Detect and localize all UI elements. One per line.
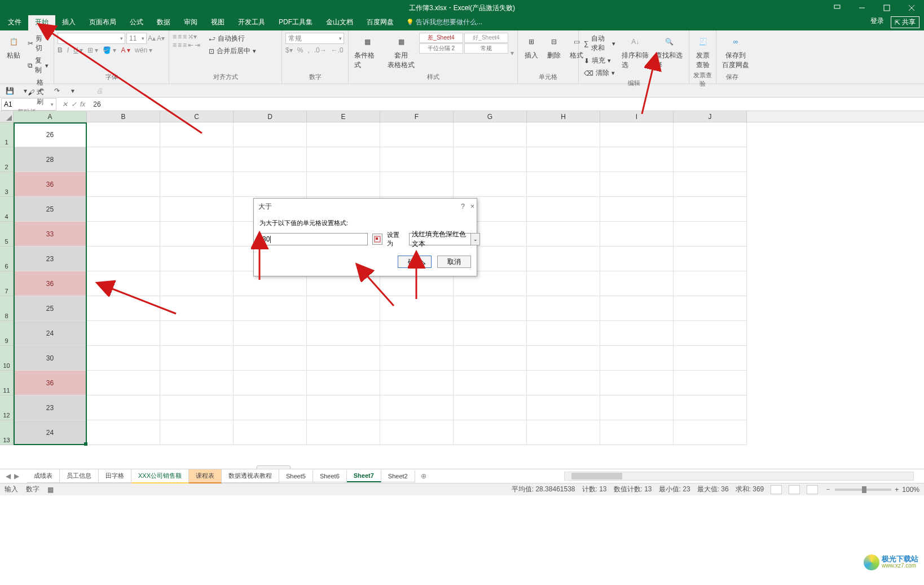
- row-header[interactable]: 3: [0, 172, 14, 197]
- conditional-format-button[interactable]: ▦条件格式: [352, 33, 383, 71]
- insert-cells-button[interactable]: ⊞插入: [521, 33, 542, 61]
- number-format-combo[interactable]: 常规: [285, 33, 344, 44]
- indent-dec-icon[interactable]: ⇤: [188, 41, 193, 49]
- worksheet-grid[interactable]: A B C D E F G H I J 12622833642553362373…: [0, 111, 924, 469]
- ribbon-options-icon[interactable]: [825, 0, 850, 16]
- font-size-combo[interactable]: 11: [126, 33, 147, 44]
- comma-icon[interactable]: ,: [307, 46, 309, 54]
- cell[interactable]: [674, 321, 747, 346]
- cell[interactable]: [87, 296, 160, 321]
- cell[interactable]: [160, 222, 234, 247]
- cell[interactable]: [87, 321, 160, 346]
- close-icon[interactable]: [899, 0, 924, 16]
- invoice-button[interactable]: 🧾发票 查验: [693, 33, 713, 71]
- clear-button[interactable]: ⌫清除 ▾: [582, 67, 617, 79]
- dialog-format-combo[interactable]: 浅红填充色深红色文本⌄: [409, 233, 471, 245]
- cell[interactable]: 33: [14, 222, 87, 247]
- cell[interactable]: [160, 271, 234, 296]
- row-header[interactable]: 9: [0, 321, 14, 346]
- cell[interactable]: [600, 122, 674, 147]
- cell[interactable]: [380, 371, 454, 395]
- row-header[interactable]: 1: [0, 122, 14, 147]
- col-header[interactable]: H: [527, 111, 600, 122]
- cell[interactable]: 36: [14, 371, 87, 395]
- cell-style-comma[interactable]: 千位分隔 2: [419, 43, 463, 54]
- tab-review[interactable]: 审阅: [177, 15, 204, 30]
- ok-button[interactable]: 确定: [398, 256, 432, 268]
- zoom-slider[interactable]: [835, 489, 891, 491]
- cell[interactable]: [160, 420, 234, 445]
- row-header[interactable]: 2: [0, 147, 14, 172]
- cell[interactable]: [600, 395, 674, 420]
- autosum-button[interactable]: ∑自动求和 ▾: [582, 33, 617, 54]
- cell[interactable]: [234, 122, 307, 147]
- cell[interactable]: [160, 172, 234, 197]
- col-header[interactable]: I: [600, 111, 674, 122]
- cell[interactable]: [234, 420, 307, 445]
- increase-font-icon[interactable]: A▴: [148, 34, 156, 42]
- copy-button[interactable]: ⧉复制 ▾: [26, 55, 50, 76]
- cell[interactable]: [674, 271, 747, 296]
- add-sheet-button[interactable]: ⊕: [415, 470, 432, 482]
- cell[interactable]: [674, 197, 747, 222]
- cell[interactable]: 24: [14, 420, 87, 445]
- cell[interactable]: [600, 296, 674, 321]
- cell[interactable]: [160, 122, 234, 147]
- find-select-button[interactable]: 🔍查找和选择: [653, 33, 685, 71]
- style-gallery-more[interactable]: ▾: [511, 49, 514, 57]
- cell[interactable]: [234, 321, 307, 346]
- cell[interactable]: [527, 296, 600, 321]
- tab-insert[interactable]: 插入: [55, 15, 82, 30]
- view-pagebreak-icon[interactable]: [807, 485, 818, 494]
- row-header[interactable]: 6: [0, 247, 14, 271]
- horizontal-scrollbar[interactable]: [564, 472, 914, 481]
- cell[interactable]: [674, 222, 747, 247]
- cut-button[interactable]: ✂剪切: [26, 33, 50, 54]
- zoom-in-button[interactable]: +: [895, 486, 899, 494]
- view-normal-icon[interactable]: [771, 485, 782, 494]
- col-header[interactable]: G: [454, 111, 527, 122]
- cell[interactable]: [307, 321, 380, 346]
- cell[interactable]: [454, 395, 527, 420]
- cell[interactable]: [160, 296, 234, 321]
- cell[interactable]: [527, 395, 600, 420]
- align-center-icon[interactable]: ≡: [178, 41, 182, 49]
- cell-style-bad[interactable]: 差_Sheet4: [419, 33, 463, 43]
- cell[interactable]: [527, 247, 600, 271]
- cell[interactable]: [234, 395, 307, 420]
- tab-view[interactable]: 视图: [204, 15, 231, 30]
- sheet-tab[interactable]: 田字格: [99, 469, 131, 483]
- cancel-button[interactable]: 取消: [437, 256, 471, 268]
- qat-more-icon[interactable]: ▾: [68, 86, 78, 96]
- bold-button[interactable]: B: [58, 46, 63, 54]
- cell[interactable]: [527, 420, 600, 445]
- cell[interactable]: [454, 172, 527, 197]
- cell[interactable]: [527, 271, 600, 296]
- align-mid-icon[interactable]: ≡: [178, 33, 182, 41]
- tab-developer[interactable]: 开发工具: [231, 15, 272, 30]
- cell[interactable]: [87, 222, 160, 247]
- col-header[interactable]: E: [307, 111, 380, 122]
- decrease-font-icon[interactable]: A▾: [157, 34, 165, 42]
- font-family-combo[interactable]: [58, 33, 125, 44]
- underline-button[interactable]: U: [73, 46, 78, 54]
- cell[interactable]: [160, 197, 234, 222]
- cell[interactable]: [160, 247, 234, 271]
- cell[interactable]: 25: [14, 197, 87, 222]
- cell[interactable]: 25: [14, 296, 87, 321]
- cell[interactable]: [87, 346, 160, 371]
- cell[interactable]: [307, 172, 380, 197]
- dialog-close-icon[interactable]: ×: [470, 203, 474, 210]
- cell[interactable]: [307, 346, 380, 371]
- cell[interactable]: [380, 147, 454, 172]
- cell[interactable]: [380, 420, 454, 445]
- cell[interactable]: [527, 197, 600, 222]
- cell[interactable]: 26: [14, 122, 87, 147]
- cell[interactable]: 30: [14, 346, 87, 371]
- cell[interactable]: [380, 346, 454, 371]
- zoom-level[interactable]: 100%: [902, 486, 919, 494]
- cell[interactable]: [674, 147, 747, 172]
- tab-baidu[interactable]: 百度网盘: [360, 15, 401, 30]
- cell[interactable]: [454, 147, 527, 172]
- col-header[interactable]: D: [234, 111, 307, 122]
